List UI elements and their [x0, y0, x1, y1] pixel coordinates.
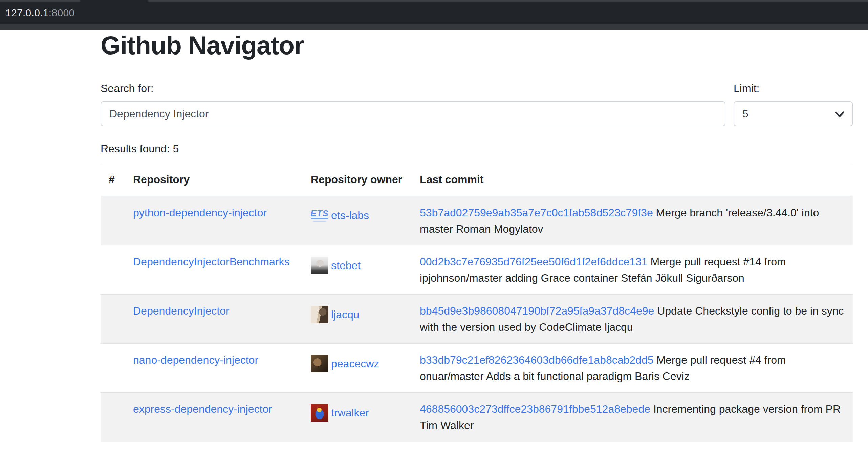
owner-avatar [311, 355, 328, 372]
row-index-cell [101, 196, 125, 245]
commit-cell: 468856003c273dffce23b86791fbbe512a8ebede… [412, 393, 853, 442]
repo-link[interactable]: DependencyInjectorBenchmarks [133, 256, 289, 268]
row-index-cell [101, 344, 125, 393]
commit-hash-link[interactable]: 53b7ad02759e9ab35a7e7c0c1fab58d523c79f3e [420, 207, 653, 219]
owner-avatar: ETS [311, 207, 328, 224]
search-input[interactable] [101, 101, 725, 126]
repo-link[interactable]: DependencyInjector [133, 305, 230, 317]
url-host: 127.0.0.1 [5, 7, 49, 19]
owner-link[interactable]: stebet [331, 257, 361, 274]
owner-link[interactable]: ets-labs [331, 207, 369, 223]
table-row: express-dependency-injector trwalker 468… [101, 393, 853, 442]
chevron-down-icon [834, 110, 845, 119]
column-header-last-commit: Last commit [412, 163, 853, 196]
repo-cell: express-dependency-injector [125, 393, 303, 442]
url-port: :8000 [49, 7, 75, 19]
commit-cell: 00d2b3c7e76935d76f25ee50f6d1f2ef6ddce131… [412, 245, 853, 295]
limit-selected-value: 5 [742, 108, 748, 120]
search-label: Search for: [101, 80, 725, 96]
limit-field-group: Limit: 5 [734, 80, 853, 126]
column-header-owner: Repository owner [303, 163, 412, 196]
commit-hash-link[interactable]: 00d2b3c7e76935d76f25ee50f6d1f2ef6ddce131 [420, 256, 648, 268]
table-row: python-dependency-injector ETS ets-labs … [101, 196, 853, 245]
repo-cell: DependencyInjector [125, 295, 303, 344]
repo-link[interactable]: express-dependency-injector [133, 403, 272, 415]
table-row: DependencyInjectorBenchmarks stebet 00d2… [101, 245, 853, 295]
row-index-cell [101, 245, 125, 295]
commit-cell: b33db79c21ef8262364603db66dfe1ab8cab2dd5… [412, 344, 853, 393]
commit-hash-link[interactable]: b33db79c21ef8262364603db66dfe1ab8cab2dd5 [420, 354, 653, 366]
repo-link[interactable]: python-dependency-injector [133, 207, 267, 219]
owner-avatar [311, 257, 328, 274]
table-row: DependencyInjector ljacqu bb45d9e3b98608… [101, 295, 853, 344]
owner-cell: peacecwz [303, 344, 412, 393]
browser-chrome: 127.0.0.1:8000 [0, 0, 868, 30]
repo-cell: DependencyInjectorBenchmarks [125, 245, 303, 295]
row-index-cell [101, 295, 125, 344]
limit-select[interactable]: 5 [734, 101, 853, 126]
owner-avatar [311, 404, 328, 422]
owner-link[interactable]: peacecwz [331, 356, 379, 372]
repo-cell: nano-dependency-injector [125, 344, 303, 393]
commit-hash-link[interactable]: 468856003c273dffce23b86791fbbe512a8ebede [420, 403, 650, 415]
limit-label: Limit: [734, 80, 853, 96]
search-field-group: Search for: [101, 80, 725, 126]
browser-chrome-divider [0, 24, 868, 30]
commit-hash-link[interactable]: bb45d9e3b98608047190bf72a95fa9a37d8c4e9e [420, 305, 654, 317]
page-title: Github Navigator [101, 30, 853, 60]
page-content: Github Navigator Search for: Limit: 5 Re… [101, 30, 853, 442]
owner-cell: ETS ets-labs [303, 196, 412, 245]
row-index-cell [101, 393, 125, 442]
owner-cell: trwalker [303, 393, 412, 442]
results-table: # Repository Repository owner Last commi… [101, 163, 853, 442]
owner-avatar [311, 306, 328, 323]
owner-link[interactable]: ljacqu [331, 306, 360, 323]
owner-cell: stebet [303, 245, 412, 295]
address-bar[interactable]: 127.0.0.1:8000 [0, 2, 868, 24]
results-table-body: python-dependency-injector ETS ets-labs … [101, 196, 853, 442]
owner-cell: ljacqu [303, 295, 412, 344]
commit-cell: 53b7ad02759e9ab35a7e7c0c1fab58d523c79f3e… [412, 196, 853, 245]
repo-link[interactable]: nano-dependency-injector [133, 354, 258, 366]
table-header-row: # Repository Repository owner Last commi… [101, 163, 853, 196]
column-header-repository: Repository [125, 163, 303, 196]
table-row: nano-dependency-injector peacecwz b33db7… [101, 344, 853, 393]
search-form: Search for: Limit: 5 [101, 80, 853, 126]
commit-cell: bb45d9e3b98608047190bf72a95fa9a37d8c4e9e… [412, 295, 853, 344]
owner-link[interactable]: trwalker [331, 405, 369, 421]
column-header-index: # [101, 163, 125, 196]
results-count: Results found: 5 [101, 141, 853, 157]
repo-cell: python-dependency-injector [125, 196, 303, 245]
